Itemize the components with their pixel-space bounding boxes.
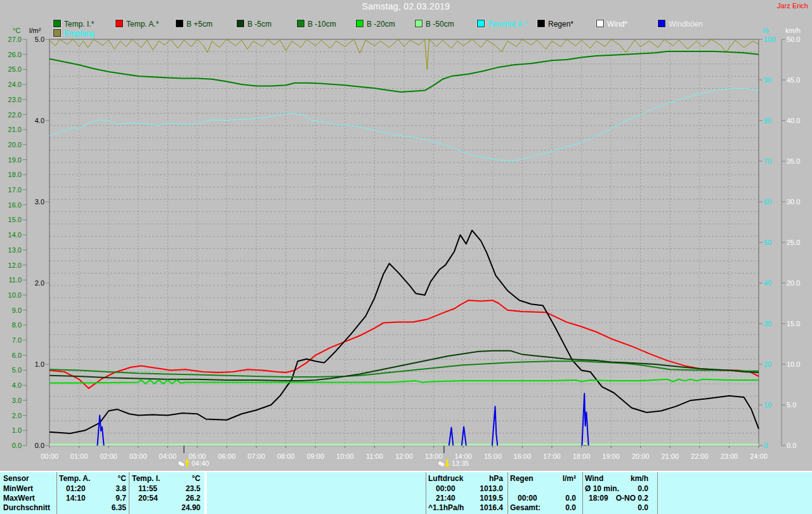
svg-text:4.0: 4.0	[35, 117, 44, 124]
svg-text:9.0: 9.0	[12, 306, 22, 314]
legend-swatch-b-10cm	[297, 20, 304, 27]
svg-text:24.0: 24.0	[8, 81, 22, 88]
table-value-time: 00:00	[518, 494, 537, 503]
legend-label: B +5cm	[187, 20, 213, 29]
svg-text:06:00: 06:00	[218, 452, 236, 460]
y-axis-kmh: 0.05.010.015.020.025.030.035.040.045.050…	[782, 27, 801, 449]
table-separator	[129, 472, 129, 514]
svg-text:24:00: 24:00	[750, 452, 768, 460]
author-label: Jarz Erich	[777, 2, 808, 10]
table-group-name: Temp. I.	[132, 474, 160, 483]
table-value: 6.35	[112, 503, 126, 512]
legend-item-b-5cm: B +5cm	[176, 18, 213, 27]
svg-text:40.0: 40.0	[787, 117, 800, 124]
legend-swatch-feuchte-a	[477, 20, 485, 27]
table-value-time: 01:20	[66, 484, 86, 493]
svg-text:0.0: 0.0	[787, 442, 796, 449]
legend-swatch-b-5cm	[237, 20, 244, 27]
svg-text:2.0: 2.0	[12, 412, 22, 419]
svg-text:17.0: 17.0	[8, 186, 22, 194]
svg-text:15:00: 15:00	[484, 452, 502, 460]
legend-item-wind: Wind*	[596, 18, 627, 27]
svg-text:26.0: 26.0	[8, 51, 22, 58]
table-value: 9.7	[115, 494, 126, 503]
table-group-unit: l/m²	[563, 474, 576, 483]
table-value: 0.0	[565, 494, 576, 503]
table-separator	[582, 472, 583, 514]
table-group-unit: km/h	[631, 474, 648, 483]
svg-text:10.0: 10.0	[8, 291, 22, 299]
svg-text:25.0: 25.0	[8, 65, 22, 73]
table-value: 1019.5	[480, 494, 503, 503]
svg-text:11:00: 11:00	[366, 452, 383, 460]
legend-label: Wind*	[607, 20, 627, 29]
stats-table: SensorMinWertMaxWertDurchschnittTemp. A.…	[0, 472, 812, 514]
svg-text:19.0: 19.0	[8, 156, 22, 164]
table-value-time: ^1.1hPa/h	[428, 503, 464, 512]
table-separator	[426, 472, 426, 514]
svg-text:21.0: 21.0	[8, 126, 22, 133]
svg-text:30.0: 30.0	[787, 198, 800, 206]
stats-table-wrap: SensorMinWertMaxWertDurchschnittTemp. A.…	[0, 471, 812, 514]
table-value-time: 14:10	[66, 494, 86, 503]
legend-item-regen: Regen*	[537, 18, 573, 27]
svg-text:80: 80	[764, 117, 771, 124]
svg-text:7.0: 7.0	[12, 336, 22, 344]
svg-text:6.0: 6.0	[12, 352, 22, 359]
legend-label: Empfang	[64, 29, 95, 38]
svg-text:12:00: 12:00	[395, 452, 413, 460]
svg-text:3.0: 3.0	[12, 397, 22, 404]
svg-text:20.0: 20.0	[787, 279, 800, 287]
svg-text:17:00: 17:00	[543, 452, 561, 460]
legend-label: Windböen	[669, 20, 703, 29]
legend-item-b-5cm: B -5cm	[237, 18, 272, 27]
chart: 0.01.02.03.04.05.06.07.08.09.010.011.012…	[0, 0, 812, 471]
svg-text:35.0: 35.0	[787, 157, 800, 165]
table-group-unit: °C	[118, 474, 126, 483]
legend-swatch-empfang	[53, 29, 61, 37]
svg-text:19:00: 19:00	[602, 452, 620, 460]
legend-label: Regen*	[548, 20, 573, 29]
table-group-unit: °C	[192, 474, 200, 483]
marker-time-label: 13:35	[452, 459, 469, 467]
legend-swatch-regen	[537, 20, 545, 27]
svg-text:04:00: 04:00	[159, 452, 177, 460]
table-value: 0.0	[638, 503, 648, 512]
table-value-time: 21:40	[436, 494, 455, 503]
svg-text:10: 10	[764, 401, 771, 409]
table-value: 1013.0	[480, 484, 503, 493]
table-row-label: Durchschnitt	[3, 503, 50, 512]
svg-text:11.0: 11.0	[8, 276, 22, 284]
svg-text:00:00: 00:00	[41, 452, 58, 460]
legend-item-empfang: Empfang	[53, 27, 95, 36]
table-value: 26.2	[186, 494, 200, 503]
svg-text:01:00: 01:00	[70, 452, 88, 460]
page-title: Samstag, 02.03.2019	[0, 1, 812, 11]
svg-text:1.0: 1.0	[35, 360, 44, 368]
y-axis-celsius: 0.01.02.03.04.05.06.07.08.09.010.011.012…	[8, 27, 27, 449]
legend-item-b-20cm: B -20cm	[356, 18, 395, 27]
table-value-time: Gesamt:	[510, 503, 540, 512]
svg-text:50: 50	[764, 239, 771, 246]
table-value-time: 18:09	[589, 494, 608, 503]
table-value: 1016.4	[480, 503, 503, 512]
svg-text:8.0: 8.0	[12, 321, 22, 329]
table-separator	[508, 472, 508, 514]
svg-text:2.0: 2.0	[35, 279, 44, 287]
y-axis-lm2: 0.01.02.03.04.05.0l/m²	[29, 27, 49, 449]
svg-text:13:00: 13:00	[425, 452, 443, 460]
legend-item-temp-i: Temp. I.*	[53, 18, 94, 27]
svg-text:15.0: 15.0	[787, 320, 800, 327]
table-value: 0.0	[565, 503, 576, 512]
svg-text:18.0: 18.0	[8, 171, 22, 178]
legend-swatch-temp-a	[115, 20, 123, 27]
legend-swatch-b-5cm	[176, 20, 183, 27]
svg-text:21:00: 21:00	[661, 452, 679, 460]
svg-text:25.0: 25.0	[787, 239, 800, 246]
svg-text:22:00: 22:00	[691, 452, 709, 460]
svg-text:16.0: 16.0	[8, 201, 22, 209]
svg-text:60: 60	[764, 198, 771, 206]
table-row-label: Sensor	[3, 474, 29, 483]
svg-text:13.0: 13.0	[8, 246, 22, 254]
svg-text:12.0: 12.0	[8, 261, 22, 269]
